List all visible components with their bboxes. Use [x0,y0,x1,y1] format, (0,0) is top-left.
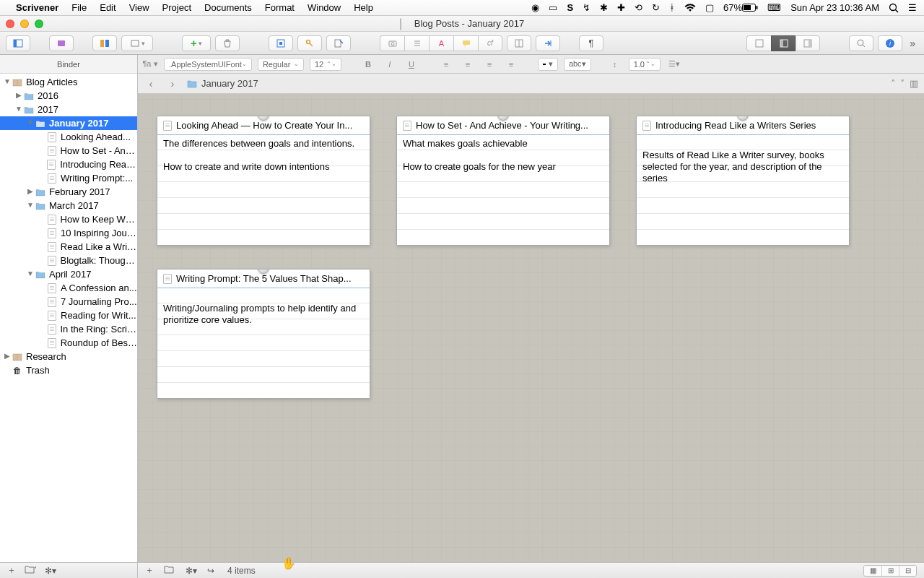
disclosure-triangle-icon[interactable] [14,105,23,113]
card-synopsis[interactable]: What makes goals achievable How to creat… [397,135,609,245]
font-size-select[interactable]: 12⌃⌄ [310,58,341,71]
bold-button[interactable]: B [360,58,376,71]
outline-button[interactable] [404,35,429,51]
card-synopsis[interactable]: The differences between goals and intent… [157,135,370,245]
toolbar-overflow-icon[interactable]: » [907,38,918,49]
tree-document[interactable]: Introducing Read... [0,158,137,171]
underline-button[interactable]: U [404,58,419,71]
menu-edit[interactable]: Edit [100,2,116,13]
add-button[interactable]: +▾ [182,35,211,51]
text-color-button[interactable]: ▾ [538,58,558,71]
menu-file[interactable]: File [71,2,87,13]
add-folder-button[interactable]: + [25,565,36,576]
corkboard-view-toggle[interactable]: ▦ ⊞ ⊟ [863,565,917,577]
datetime[interactable]: Sun Apr 23 10:36 AM [790,2,879,13]
footer-add-folder-button[interactable] [164,565,175,576]
font-family-select[interactable]: .AppleSystemUIFont⌄ [164,58,252,71]
index-card[interactable]: How to Set - And Achieve - Your Writing.… [396,116,610,246]
index-card[interactable]: Looking Ahead — How to Create Your In...… [157,116,370,246]
tree-document[interactable]: A Confession an... [0,281,137,295]
search-button[interactable] [849,35,873,51]
corkboard[interactable]: Looking Ahead — How to Create Your In...… [138,94,924,562]
disclosure-triangle-icon[interactable] [26,201,35,209]
tree-folder[interactable]: March 2017 [0,199,137,212]
trash-button[interactable] [215,35,240,51]
tree-folder[interactable]: Research [0,350,137,363]
collections-button[interactable] [49,35,74,51]
timemachine-icon[interactable]: ↻ [652,2,660,13]
tree-folder[interactable]: February 2017 [0,185,137,199]
split-icon[interactable]: ▥ [910,78,918,89]
battery-status[interactable]: 67% [723,2,758,13]
evernote-icon[interactable]: ✱ [600,2,608,13]
split-v-button[interactable] [796,35,820,51]
tree-document[interactable]: How to Keep Wri... [0,212,137,226]
snapshot-button[interactable] [380,35,404,51]
footer-action-button[interactable]: ✻▾ [186,566,197,576]
index-card[interactable]: Introducing Read Like a Writers Series R… [636,116,850,246]
tree-folder[interactable]: January 2017 [0,116,137,130]
menu-format[interactable]: Format [265,2,295,13]
align-center-button[interactable]: ≡ [460,58,476,71]
tree-document[interactable]: Looking Ahead... [0,130,137,144]
align-justify-button[interactable]: ≡ [503,58,519,71]
freeform-view-icon[interactable]: ⊞ [881,566,899,576]
tree-document[interactable]: How to Set - And... [0,144,137,158]
menu-window[interactable]: Window [308,2,341,13]
tree-document[interactable]: 10 Inspiring Jour... [0,226,137,240]
bluetooth-icon[interactable]: ᚼ [669,2,675,13]
tree-document[interactable]: Read Like a Writ... [0,240,137,254]
compose-button[interactable] [326,35,351,51]
index-card[interactable]: Writing Prompt: The 5 Values That Shap..… [157,269,370,399]
nav-down-icon[interactable]: ˅ [900,78,905,89]
wrap-button[interactable] [507,35,531,51]
tree-document[interactable]: In the Ring: Scriv... [0,322,137,336]
split-h-button[interactable] [771,35,796,51]
binder-toggle-button[interactable] [6,35,30,51]
paragraph-button[interactable]: ¶ [579,35,603,51]
italic-button[interactable]: I [382,58,398,71]
tree-document[interactable]: 7 Journaling Pro... [0,295,137,309]
highlight-button[interactable]: abc▾ [564,58,591,71]
font-style-select[interactable]: Regular⌄ [258,58,304,71]
align-right-button[interactable]: ≡ [481,58,497,71]
disclosure-triangle-icon[interactable] [3,352,12,360]
app-menu[interactable]: Scrivener [16,2,58,13]
binder-tree[interactable]: Blog Articles20162017January 2017Looking… [0,74,137,562]
keyboard-icon[interactable]: ⌨ [767,2,781,13]
wifi-icon[interactable] [684,4,696,12]
card-synopsis[interactable]: Results of Read Like a Writer survey, bo… [637,135,849,245]
paragraph-style-button[interactable]: ¶a ▾ [142,58,158,71]
footer-add-button[interactable]: ＋ [145,564,154,577]
nav-up-icon[interactable]: ˄ [891,78,896,89]
disclosure-triangle-icon[interactable] [26,269,35,277]
tree-document[interactable]: Writing Prompt:... [0,171,137,185]
line-spacing-select[interactable]: 1.0⌃⌄ [629,58,661,71]
list-button[interactable]: ☰▾ [666,58,682,71]
tree-document[interactable]: Blogtalk: Though... [0,254,137,267]
menu-help[interactable]: Help [354,2,373,13]
nav-forward-button[interactable]: › [165,77,180,90]
disclosure-triangle-icon[interactable] [14,91,23,99]
align-left-button[interactable]: ≡ [438,58,454,71]
no-split-button[interactable] [746,35,771,51]
card-synopsis[interactable]: Writing/Journaling prompts to help ident… [157,288,370,398]
tree-folder[interactable]: April 2017 [0,267,137,281]
notification-center-icon[interactable]: ☰ [908,2,917,13]
path-location[interactable]: January 2017 [187,78,258,89]
view-group-button[interactable]: ▾ [121,35,153,51]
tree-folder[interactable]: Blog Articles [0,75,137,89]
tree-folder[interactable]: 2017 [0,103,137,116]
tree-trash[interactable]: 🗑Trash [0,363,137,377]
display-icon[interactable]: ▭ [549,2,557,13]
nav-back-button[interactable]: ‹ [144,77,158,90]
tree-document[interactable]: Roundup of Best... [0,336,137,350]
comment-button[interactable] [453,35,478,51]
menu-project[interactable]: Project [162,2,191,13]
tree-document[interactable]: Reading for Writ... [0,309,137,322]
creative-cloud-icon[interactable]: ◉ [531,2,539,13]
add-item-button[interactable]: ＋ [7,564,16,577]
spotlight-icon[interactable] [889,3,899,13]
menu-documents[interactable]: Documents [204,2,252,13]
tree-folder[interactable]: 2016 [0,89,137,103]
